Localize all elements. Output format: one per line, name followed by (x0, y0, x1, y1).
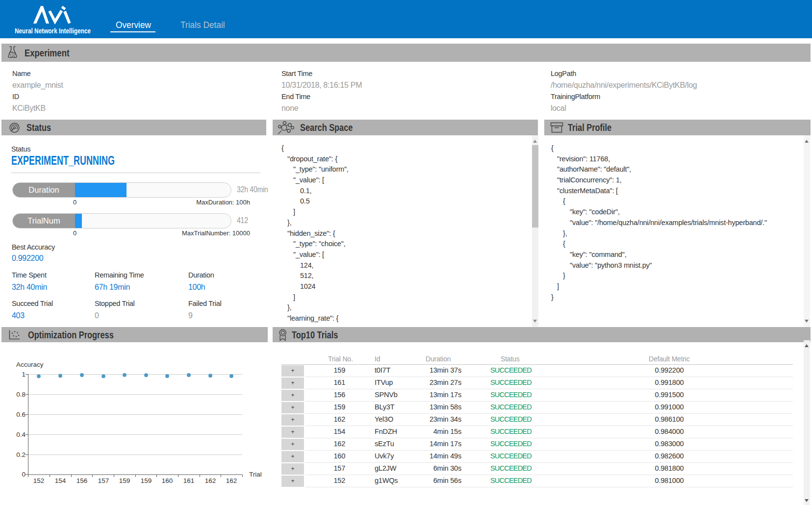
svg-text:1: 1 (22, 371, 25, 378)
svg-text:0.2: 0.2 (16, 451, 25, 458)
svg-text:160: 160 (162, 477, 173, 484)
svg-text:Trial: Trial (249, 471, 262, 478)
svg-text:157: 157 (98, 477, 109, 484)
svg-text:0.4: 0.4 (16, 431, 25, 438)
svg-text:156: 156 (76, 477, 88, 484)
svg-text:161: 161 (183, 477, 195, 484)
svg-text:154: 154 (55, 477, 66, 484)
svg-text:162: 162 (205, 477, 216, 484)
svg-text:0.8: 0.8 (16, 391, 25, 398)
svg-text:159: 159 (119, 477, 130, 484)
svg-text:152: 152 (33, 477, 45, 484)
svg-text:0: 0 (22, 471, 25, 478)
svg-text:Accuracy: Accuracy (16, 361, 44, 368)
svg-text:159: 159 (141, 477, 152, 484)
svg-text:0.6: 0.6 (16, 411, 25, 418)
svg-text:162: 162 (226, 477, 237, 484)
